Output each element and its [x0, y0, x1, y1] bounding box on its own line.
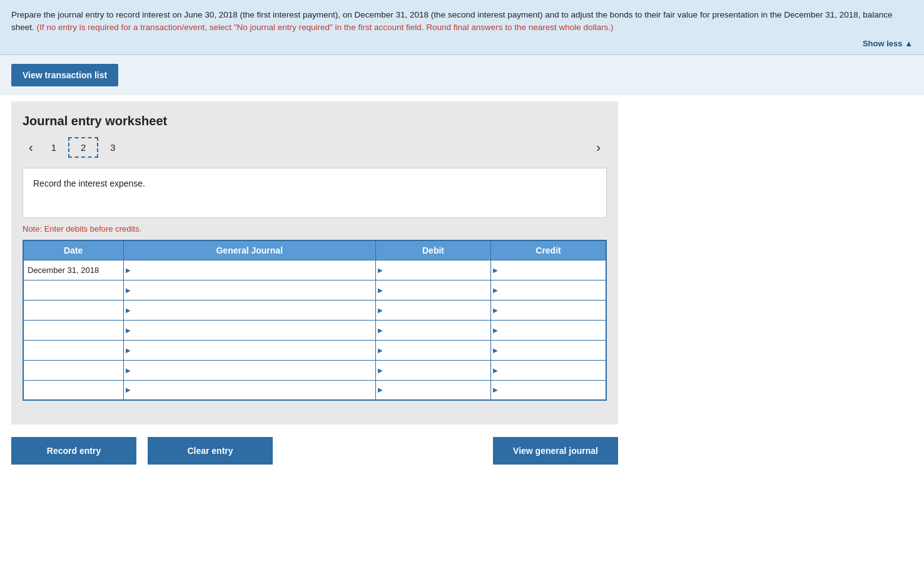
credit-cell-arrow: ▶ — [491, 327, 498, 334]
credit-cell-arrow: ▶ — [491, 386, 498, 393]
debit-input[interactable] — [383, 383, 490, 397]
debit-cell[interactable]: ▶ — [376, 340, 491, 360]
col-header-credit: Credit — [491, 240, 607, 260]
journal-input[interactable] — [131, 303, 376, 317]
journal-cell[interactable]: ▶ — [123, 260, 376, 280]
date-value: December 31, 2018 — [24, 260, 123, 280]
journal-cell[interactable]: ▶ — [123, 340, 376, 360]
col-header-journal: General Journal — [123, 240, 376, 260]
tab-next-arrow[interactable]: › — [590, 138, 607, 157]
tab-3[interactable]: 3 — [98, 138, 127, 157]
credit-input[interactable] — [498, 323, 606, 337]
date-cell — [23, 360, 123, 380]
date-cell: December 31, 2018 — [23, 260, 123, 280]
debit-input[interactable] — [383, 343, 490, 357]
journal-input[interactable] — [131, 343, 376, 357]
table-row: ▶▶▶ — [23, 380, 606, 400]
credit-cell[interactable]: ▶ — [491, 360, 607, 380]
tab-1[interactable]: 1 — [39, 138, 68, 157]
credit-input[interactable] — [498, 383, 606, 397]
credit-cell[interactable]: ▶ — [491, 340, 607, 360]
table-row: ▶▶▶ — [23, 300, 606, 320]
instruction-text: Prepare the journal entry to record inte… — [11, 9, 913, 34]
journal-input[interactable] — [131, 323, 376, 337]
credit-cell-arrow: ▶ — [491, 287, 498, 294]
debit-cell-arrow: ▶ — [376, 287, 383, 294]
record-entry-button[interactable]: Record entry — [11, 437, 136, 465]
credit-cell[interactable]: ▶ — [491, 320, 607, 340]
journal-cell-arrow: ▶ — [124, 347, 131, 354]
worksheet-title: Journal entry worksheet — [23, 114, 607, 128]
date-cell — [23, 380, 123, 400]
credit-input[interactable] — [498, 263, 606, 277]
credit-cell[interactable]: ▶ — [491, 300, 607, 320]
table-row: ▶▶▶ — [23, 340, 606, 360]
debit-cell-arrow: ▶ — [376, 267, 383, 274]
debit-cell[interactable]: ▶ — [376, 380, 491, 400]
tab-2[interactable]: 2 — [68, 137, 98, 158]
table-row: ▶▶▶ — [23, 360, 606, 380]
journal-cell[interactable]: ▶ — [123, 360, 376, 380]
debit-input[interactable] — [383, 263, 490, 277]
debit-input[interactable] — [383, 363, 490, 378]
table-row: December 31, 2018▶▶▶ — [23, 260, 606, 280]
date-cell — [23, 300, 123, 320]
journal-cell-arrow: ▶ — [124, 386, 131, 393]
debit-cell[interactable]: ▶ — [376, 260, 491, 280]
credit-cell-arrow: ▶ — [491, 307, 498, 314]
journal-cell[interactable]: ▶ — [123, 380, 376, 400]
journal-input[interactable] — [131, 283, 376, 297]
instruction-text-red: (If no entry is required for a transacti… — [37, 23, 614, 32]
journal-input[interactable] — [131, 263, 376, 277]
journal-cell-arrow: ▶ — [124, 307, 131, 314]
credit-cell[interactable]: ▶ — [491, 280, 607, 300]
entry-instruction-text: Record the interest expense. — [33, 178, 145, 188]
debit-cell[interactable]: ▶ — [376, 300, 491, 320]
journal-cell-arrow: ▶ — [124, 327, 131, 334]
debit-cell-arrow: ▶ — [376, 307, 383, 314]
credit-input[interactable] — [498, 283, 606, 297]
debit-cell[interactable]: ▶ — [376, 320, 491, 340]
show-less-link[interactable]: Show less ▲ — [863, 39, 913, 48]
debit-cell-arrow: ▶ — [376, 327, 383, 334]
note-text: Note: Enter debits before credits. — [23, 224, 607, 234]
instruction-banner: Prepare the journal entry to record inte… — [0, 0, 924, 55]
view-general-journal-button[interactable]: View general journal — [493, 437, 618, 465]
journal-cell[interactable]: ▶ — [123, 320, 376, 340]
view-transaction-btn-area: View transaction list — [0, 55, 924, 95]
credit-input[interactable] — [498, 363, 606, 378]
credit-input[interactable] — [498, 303, 606, 317]
journal-cell[interactable]: ▶ — [123, 280, 376, 300]
debit-cell[interactable]: ▶ — [376, 280, 491, 300]
journal-cell[interactable]: ▶ — [123, 300, 376, 320]
worksheet-container: Journal entry worksheet ‹ 1 2 3 › Record… — [11, 101, 618, 425]
credit-cell[interactable]: ▶ — [491, 380, 607, 400]
credit-cell-arrow: ▶ — [491, 367, 498, 374]
tab-navigation: ‹ 1 2 3 › — [23, 137, 607, 158]
date-cell — [23, 340, 123, 360]
clear-entry-button[interactable]: Clear entry — [148, 437, 273, 465]
debit-input[interactable] — [383, 323, 490, 337]
view-transaction-button[interactable]: View transaction list — [11, 64, 118, 86]
journal-cell-arrow: ▶ — [124, 267, 131, 274]
journal-cell-arrow: ▶ — [124, 367, 131, 374]
table-row: ▶▶▶ — [23, 320, 606, 340]
debit-input[interactable] — [383, 283, 490, 297]
journal-input[interactable] — [131, 383, 376, 397]
table-row: ▶▶▶ — [23, 280, 606, 300]
debit-cell-arrow: ▶ — [376, 347, 383, 354]
date-cell — [23, 320, 123, 340]
credit-cell[interactable]: ▶ — [491, 260, 607, 280]
journal-table: Date General Journal Debit Credit Decemb… — [23, 240, 607, 401]
journal-cell-arrow: ▶ — [124, 287, 131, 294]
tab-prev-arrow[interactable]: ‹ — [23, 138, 39, 157]
col-header-debit: Debit — [376, 240, 491, 260]
col-header-date: Date — [23, 240, 123, 260]
debit-input[interactable] — [383, 303, 490, 317]
journal-input[interactable] — [131, 363, 376, 378]
bottom-buttons: Record entry Clear entry View general jo… — [11, 437, 618, 471]
credit-cell-arrow: ▶ — [491, 347, 498, 354]
debit-cell[interactable]: ▶ — [376, 360, 491, 380]
credit-input[interactable] — [498, 343, 606, 357]
show-less-area: Show less ▲ — [11, 38, 913, 48]
